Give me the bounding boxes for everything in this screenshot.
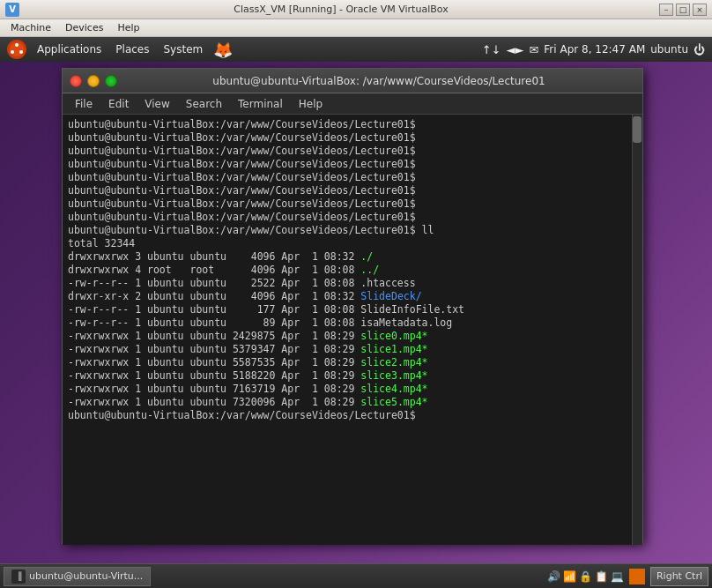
term-file-0: drwxrwxrwx 3 ubuntu ubuntu 4096 Apr 1 08… [68,250,625,264]
svg-point-2 [19,50,23,54]
power-icon[interactable]: ⏻ [693,43,705,56]
volume-icon[interactable]: ↑↓ [482,43,501,56]
terminal-titlebar: ubuntu@ubuntu-VirtualBox: /var/www/Cours… [63,69,642,93]
taskbar-sys-icons: 🔊 📶 🔒 📋 💻 [547,570,624,583]
terminal-menu-view[interactable]: View [137,96,176,112]
terminal-content[interactable]: ubuntu@ubuntu-VirtualBox:/var/www/Course… [63,115,642,545]
term-line-3: ubuntu@ubuntu-VirtualBox:/var/www/Course… [68,145,625,158]
panel-right: ↑↓ ◄► ✉ Fri Apr 8, 12:47 AM ubuntu ⏻ [482,43,705,56]
term-file-2: -rw-r--r-- 1 ubuntu ubuntu 2522 Apr 1 08… [68,277,625,290]
term-line-2: ubuntu@ubuntu-VirtualBox:/var/www/Course… [68,131,625,145]
terminal-menu-search[interactable]: Search [179,96,229,112]
term-file-4: -rw-r--r-- 1 ubuntu ubuntu 177 Apr 1 08:… [68,303,625,316]
terminal-maximize-btn[interactable] [105,75,117,87]
taskbar-icon-4[interactable]: 📋 [595,570,608,583]
terminal-menu-edit[interactable]: Edit [101,96,136,112]
term-line-5: ubuntu@ubuntu-VirtualBox:/var/www/Course… [68,171,625,184]
terminal-menu-file[interactable]: File [68,96,100,112]
svg-point-1 [15,43,19,47]
mail-icon[interactable]: ✉ [529,43,538,56]
term-line-6: ubuntu@ubuntu-VirtualBox:/var/www/Course… [68,184,625,197]
term-file-7: -rwxrwxrwx 1 ubuntu ubuntu 5379347 Apr 1… [68,343,625,356]
ubuntu-taskbar: ▐ ubuntu@ubuntu-Virtu... 🔊 📶 🔒 📋 💻 Right… [0,563,712,588]
ubuntu-desktop: Applications Places System 🦊 ↑↓ ◄► ✉ Fri… [0,37,712,588]
panel-left: Applications Places System 🦊 [7,40,233,59]
panel-menu-applications[interactable]: Applications [33,41,105,57]
term-file-1: drwxrwxrwx 4 root root 4096 Apr 1 08:08 … [68,264,625,277]
term-file-11: -rwxrwxrwx 1 ubuntu ubuntu 7320096 Apr 1… [68,396,625,409]
terminal-menu-help[interactable]: Help [292,96,330,112]
term-file-6: -rwxrwxrwx 1 ubuntu ubuntu 2429875 Apr 1… [68,330,625,343]
ubuntu-panel: Applications Places System 🦊 ↑↓ ◄► ✉ Fri… [0,37,712,62]
vbox-title: ClassX_VM [Running] - Oracle VM VirtualB… [23,4,659,15]
username-display[interactable]: ubuntu [650,43,688,56]
term-line-7: ubuntu@ubuntu-VirtualBox:/var/www/Course… [68,197,625,211]
ubuntu-logo[interactable] [7,40,26,59]
vbox-menu-machine[interactable]: Machine [4,20,58,35]
term-line-1: ubuntu@ubuntu-VirtualBox:/var/www/Course… [68,118,625,131]
vbox-menu-devices[interactable]: Devices [58,20,110,35]
terminal-title: ubuntu@ubuntu-VirtualBox: /var/www/Cours… [122,75,635,87]
term-file-10: -rwxrwxrwx 1 ubuntu ubuntu 7163719 Apr 1… [68,383,625,396]
terminal-scrollbar[interactable] [632,115,642,545]
term-file-8: -rwxrwxrwx 1 ubuntu ubuntu 5587535 Apr 1… [68,356,625,369]
firefox-icon[interactable]: 🦊 [213,41,233,59]
terminal-menubar: File Edit View Search Terminal Help [63,93,642,115]
network-icon[interactable]: ◄► [506,43,523,56]
scrollbar-thumb[interactable] [633,116,642,143]
datetime-display[interactable]: Fri Apr 8, 12:47 AM [544,43,645,56]
taskbar-icon-5[interactable]: 💻 [611,570,624,583]
term-line-8: ubuntu@ubuntu-VirtualBox:/var/www/Course… [68,211,625,224]
panel-menu-system[interactable]: System [159,41,206,57]
vbox-icon: V [5,3,19,17]
terminal-window: ubuntu@ubuntu-VirtualBox: /var/www/Cours… [62,68,643,544]
vbox-menu-help[interactable]: Help [110,20,146,35]
taskbar-icon-3[interactable]: 🔒 [579,570,592,583]
vbox-titlebar: V ClassX_VM [Running] - Oracle VM Virtua… [0,0,712,19]
term-final-prompt: ubuntu@ubuntu-VirtualBox:/var/www/Course… [68,409,625,422]
panel-menu-places[interactable]: Places [112,41,152,57]
term-line-cmd: ubuntu@ubuntu-VirtualBox:/var/www/Course… [68,224,625,237]
terminal-minimize-btn[interactable] [87,75,100,87]
taskbar-icon-1[interactable]: 🔊 [547,570,560,583]
vbox-win-controls: – □ × [659,4,707,16]
term-file-5: -rw-r--r-- 1 ubuntu ubuntu 89 Apr 1 08:0… [68,316,625,330]
term-line-4: ubuntu@ubuntu-VirtualBox:/var/www/Course… [68,158,625,171]
term-file-3: drwxr-xr-x 2 ubuntu ubuntu 4096 Apr 1 08… [68,290,625,303]
vbox-close-btn[interactable]: × [693,4,707,16]
svg-point-3 [11,50,14,54]
taskbar-orange-indicator [629,569,645,584]
taskbar-left: ▐ ubuntu@ubuntu-Virtu... [4,567,151,586]
term-file-9: -rwxrwxrwx 1 ubuntu ubuntu 5188220 Apr 1… [68,369,625,383]
taskbar-icon-2[interactable]: 📶 [563,570,576,583]
right-ctrl-button[interactable]: Right Ctrl [650,567,708,586]
vbox-menubar: Machine Devices Help [0,19,712,37]
taskbar-right: 🔊 📶 🔒 📋 💻 Right Ctrl [547,567,708,586]
vbox-minimize-btn[interactable]: – [659,4,673,16]
taskbar-terminal-btn[interactable]: ▐ ubuntu@ubuntu-Virtu... [4,567,151,586]
terminal-output: ubuntu@ubuntu-VirtualBox:/var/www/Course… [68,118,637,422]
taskbar-terminal-icon: ▐ [11,569,26,584]
vbox-restore-btn[interactable]: □ [676,4,690,16]
taskbar-app-label: ubuntu@ubuntu-Virtu... [29,570,143,582]
term-line-total: total 32344 [68,237,625,250]
terminal-menu-terminal[interactable]: Terminal [231,96,290,112]
terminal-close-btn[interactable] [70,75,82,87]
